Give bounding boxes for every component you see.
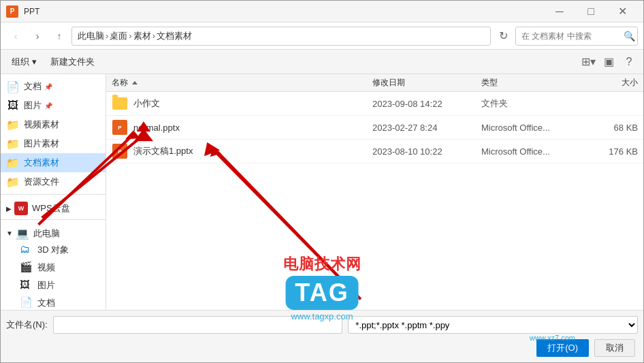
folder-icon: 📁: [6, 137, 20, 151]
toolbar: 组织 ▾ 新建文件夹 ⊞▾ ▣ ?: [1, 50, 643, 74]
search-box: 🔍: [515, 27, 638, 46]
window-title: PPT: [24, 7, 544, 16]
close-button[interactable]: ✕: [607, 1, 638, 22]
breadcrumb-segment: 文档素材: [157, 30, 192, 42]
doc-icon: 📄: [20, 296, 33, 310]
filetype-select[interactable]: *.ppt;*.pptx *.pptm *.ppy: [348, 316, 638, 334]
sidebar-item-3d[interactable]: 🗂 3D 对象: [1, 241, 106, 259]
app-icon: P: [6, 5, 18, 18]
column-date[interactable]: 修改日期: [372, 77, 481, 89]
breadcrumb-sep: ›: [106, 31, 108, 41]
main-content: 📄 文档 📌 🖼 图片 📌 📁 视频素材 📁 图片素材 📁 文档素材: [1, 74, 643, 310]
sidebar-item-pic[interactable]: 🖼 图片: [1, 277, 106, 294]
help-button[interactable]: ?: [620, 53, 638, 71]
pin-icon: 📌: [44, 102, 52, 110]
search-input[interactable]: [521, 31, 624, 41]
sidebar-item-documents[interactable]: 📄 文档 📌: [1, 77, 106, 96]
expand-icon: ▶: [6, 205, 12, 212]
organize-button[interactable]: 组织 ▾: [6, 53, 42, 71]
folder-icon: 📁: [6, 118, 20, 131]
sidebar-wps-cloud[interactable]: ▶ W WPS云盘: [1, 198, 106, 217]
pane-button[interactable]: ▣: [600, 53, 617, 71]
expand-icon: ▼: [6, 230, 13, 237]
sidebar-item-resource[interactable]: 📁 资源文件: [1, 172, 106, 191]
toolbar-right: ⊞▾ ▣ ?: [579, 53, 638, 71]
title-bar: P PPT ─ □ ✕: [1, 1, 643, 22]
sort-arrow: [132, 81, 138, 84]
sidebar-item-doc-material[interactable]: 📁 文档素材: [1, 153, 106, 172]
sidebar-item-picture-material[interactable]: 📁 图片素材: [1, 134, 106, 153]
sidebar-item-pictures[interactable]: 🖼 图片 📌: [1, 96, 106, 115]
sidebar-item-doc[interactable]: 📄 文档: [1, 294, 106, 310]
bottom-area: 文件名(N): *.ppt;*.pptx *.pptm *.ppy 打开(O) …: [1, 310, 643, 362]
sidebar: 📄 文档 📌 🖼 图片 📌 📁 视频素材 📁 图片素材 📁 文档素材: [1, 74, 106, 310]
pictures-icon: 🖼: [6, 99, 20, 112]
picture-icon: 🖼: [20, 279, 33, 292]
sidebar-item-video-material[interactable]: 📁 视频素材: [1, 115, 106, 134]
video-icon: 🎬: [20, 261, 33, 274]
file-dialog-window: P PPT ─ □ ✕ ‹ › ↑ 此电脑 › 桌面 › 素材 › 文档素材 ↻…: [0, 0, 644, 363]
filename-input[interactable]: [53, 316, 343, 334]
back-button[interactable]: ‹: [6, 27, 25, 46]
window-controls: ─ □ ✕: [544, 1, 638, 22]
file-list-header: 名称 修改日期 类型 大小: [106, 74, 643, 92]
column-type[interactable]: 类型: [481, 77, 583, 89]
folder-icon: 📁: [6, 156, 20, 170]
wps-icon: W: [14, 202, 28, 215]
breadcrumb-sep: ›: [152, 31, 155, 41]
forward-button[interactable]: ›: [28, 27, 47, 46]
refresh-button[interactable]: ↻: [494, 27, 513, 46]
3d-icon: 🗂: [20, 243, 33, 257]
search-icon[interactable]: 🔍: [624, 31, 635, 42]
table-row[interactable]: 小作文 2023-09-08 14:22 文件夹: [106, 92, 643, 116]
breadcrumb-segment: 素材: [133, 30, 151, 42]
pptx-icon: P: [112, 143, 128, 159]
address-bar: ‹ › ↑ 此电脑 › 桌面 › 素材 › 文档素材 ↻ 🔍: [1, 22, 643, 50]
pptx-icon: P: [112, 119, 128, 136]
up-button[interactable]: ↑: [50, 27, 69, 46]
sidebar-item-video[interactable]: 🎬 视频: [1, 259, 106, 277]
filename-row: 文件名(N): *.ppt;*.pptx *.pptm *.ppy: [6, 316, 638, 334]
sidebar-divider: [1, 219, 106, 220]
minimize-button[interactable]: ─: [544, 1, 575, 22]
maximize-button[interactable]: □: [575, 1, 607, 22]
breadcrumb-segment: 此电脑: [78, 30, 104, 42]
file-list: 名称 修改日期 类型 大小 小作文 2023-09-08: [106, 74, 643, 310]
pin-icon: 📌: [44, 83, 52, 91]
filename-label: 文件名(N):: [6, 319, 48, 331]
view-button[interactable]: ⊞▾: [579, 53, 597, 71]
open-button[interactable]: 打开(O): [536, 339, 589, 357]
column-size[interactable]: 大小: [583, 77, 638, 89]
sidebar-divider: [1, 194, 106, 195]
table-row[interactable]: P 演示文稿1.pptx 2023-08-10 10:22 Microsoft …: [106, 140, 643, 163]
cancel-button[interactable]: 取消: [594, 339, 635, 357]
breadcrumb[interactable]: 此电脑 › 桌面 › 素材 › 文档素材: [71, 27, 491, 46]
computer-icon: 💻: [16, 227, 29, 240]
column-name[interactable]: 名称: [112, 77, 372, 89]
breadcrumb-sep: ›: [129, 31, 131, 41]
folder-icon: [112, 95, 128, 112]
breadcrumb-segment: 桌面: [110, 30, 127, 42]
table-row[interactable]: P normal.pptx 2023-02-27 8:24 Microsoft …: [106, 116, 643, 140]
new-folder-button[interactable]: 新建文件夹: [45, 53, 100, 71]
sidebar-this-pc[interactable]: ▼ 💻 此电脑: [1, 223, 106, 241]
document-icon: 📄: [6, 80, 20, 93]
folder-icon: 📁: [6, 175, 20, 189]
